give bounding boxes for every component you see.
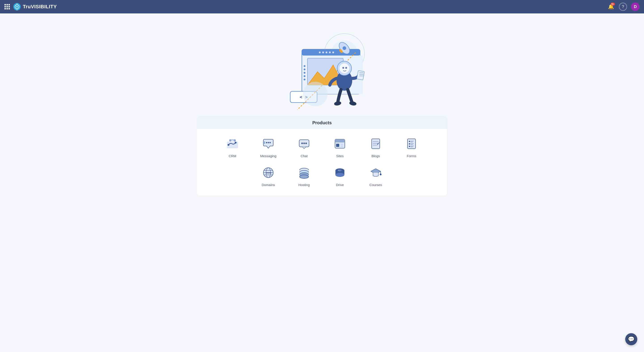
svg-rect-70 — [410, 146, 414, 146]
logo-icon — [13, 3, 21, 11]
products-row-1: CRM Messaging — [210, 136, 434, 158]
products-grid: CRM Messaging — [197, 129, 447, 196]
product-item-blogs[interactable]: Blogs — [364, 136, 387, 158]
svg-point-20 — [304, 75, 306, 77]
product-item-crm[interactable]: CRM — [221, 136, 244, 158]
svg-point-41 — [228, 144, 229, 146]
svg-point-2 — [16, 6, 18, 7]
chat-icon — [296, 136, 312, 152]
svg-point-17 — [304, 65, 306, 67]
svg-point-52 — [306, 143, 307, 144]
blogs-label: Blogs — [372, 154, 380, 158]
svg-point-44 — [234, 139, 236, 142]
domains-icon: www — [260, 165, 276, 181]
product-item-domains[interactable]: www Domains — [257, 165, 280, 187]
svg-rect-8 — [302, 49, 360, 56]
logo[interactable]: TruVISIBILITY — [13, 3, 57, 11]
forms-label: Forms — [407, 154, 416, 158]
svg-rect-58 — [372, 139, 380, 149]
svg-rect-67 — [410, 143, 414, 144]
svg-rect-63 — [409, 141, 410, 142]
svg-rect-55 — [336, 144, 339, 147]
svg-point-13 — [329, 52, 331, 53]
svg-point-12 — [326, 52, 327, 53]
drive-label: Drive — [336, 183, 344, 187]
domains-label: Domains — [262, 183, 275, 187]
blogs-icon — [368, 136, 384, 152]
help-icon: ? — [622, 5, 624, 9]
svg-rect-69 — [409, 146, 410, 147]
product-item-forms[interactable]: Forms — [400, 136, 423, 158]
courses-label: Courses — [370, 183, 382, 187]
header-right: 🔔 9+ ? D — [607, 3, 640, 11]
crm-icon — [224, 136, 240, 152]
svg-point-43 — [229, 139, 231, 142]
svg-rect-57 — [340, 146, 343, 147]
products-card: Products — [197, 116, 447, 196]
chat-widget-icon: 💬 — [628, 336, 634, 342]
grid-menu-icon[interactable] — [4, 4, 10, 10]
sites-icon — [332, 136, 348, 152]
drive-icon — [332, 165, 348, 181]
svg-point-50 — [302, 143, 303, 144]
product-item-chat[interactable]: Chat — [293, 136, 315, 158]
products-header: Products — [197, 117, 447, 129]
svg-point-19 — [304, 72, 306, 74]
svg-point-11 — [322, 52, 324, 53]
svg-point-51 — [304, 143, 305, 144]
product-item-hosting[interactable]: Hosting — [293, 165, 315, 187]
svg-point-21 — [304, 79, 306, 80]
product-item-sites[interactable]: Sites — [329, 136, 351, 158]
courses-icon — [368, 165, 384, 181]
svg-rect-64 — [410, 141, 414, 142]
forms-icon — [404, 136, 420, 152]
svg-point-89 — [338, 170, 340, 171]
svg-point-37 — [334, 101, 342, 106]
svg-point-18 — [304, 69, 306, 70]
logo-text: TruVISIBILITY — [23, 4, 57, 10]
svg-point-30 — [340, 63, 349, 73]
svg-rect-66 — [409, 143, 410, 144]
svg-point-92 — [380, 174, 382, 175]
header-left: TruVISIBILITY — [4, 3, 607, 11]
svg-rect-56 — [340, 144, 343, 145]
help-button[interactable]: ? — [619, 3, 627, 11]
hosting-icon — [296, 165, 312, 181]
svg-point-42 — [235, 142, 236, 144]
svg-rect-65 — [410, 142, 413, 142]
svg-point-47 — [268, 142, 269, 143]
crm-label: CRM — [229, 154, 236, 158]
svg-point-10 — [319, 52, 321, 53]
hosting-label: Hosting — [298, 183, 310, 187]
user-avatar[interactable]: D — [631, 3, 640, 11]
chat-widget-button[interactable]: 💬 — [625, 333, 637, 345]
notification-button[interactable]: 🔔 9+ — [607, 3, 615, 11]
svg-rect-68 — [410, 144, 413, 145]
svg-point-14 — [332, 52, 334, 53]
messaging-label: Messaging — [260, 154, 276, 158]
svg-point-48 — [270, 142, 271, 143]
svg-point-46 — [266, 142, 267, 143]
svg-point-31 — [342, 67, 344, 69]
notification-badge: 9+ — [611, 3, 615, 6]
svg-rect-54 — [335, 139, 345, 142]
svg-point-84 — [300, 175, 308, 178]
svg-rect-33 — [357, 71, 364, 80]
svg-point-87 — [336, 173, 344, 177]
svg-point-39 — [303, 82, 328, 106]
product-item-messaging[interactable]: Messaging — [257, 136, 280, 158]
svg-rect-71 — [410, 147, 413, 147]
app-header: TruVISIBILITY 🔔 9+ ? D — [0, 0, 644, 14]
messaging-icon — [260, 136, 276, 152]
sites-label: Sites — [336, 154, 344, 158]
hero-section: < > — [197, 18, 447, 116]
chat-label: Chat — [300, 154, 308, 158]
products-title: Products — [312, 120, 332, 125]
product-item-drive[interactable]: Drive — [329, 165, 351, 187]
main-content: < > — [188, 14, 456, 216]
product-item-courses[interactable]: Courses — [364, 165, 387, 187]
svg-rect-45 — [231, 140, 234, 141]
svg-text:www: www — [266, 172, 272, 174]
products-row-2: www Domains — [210, 165, 434, 187]
svg-point-32 — [345, 67, 347, 69]
